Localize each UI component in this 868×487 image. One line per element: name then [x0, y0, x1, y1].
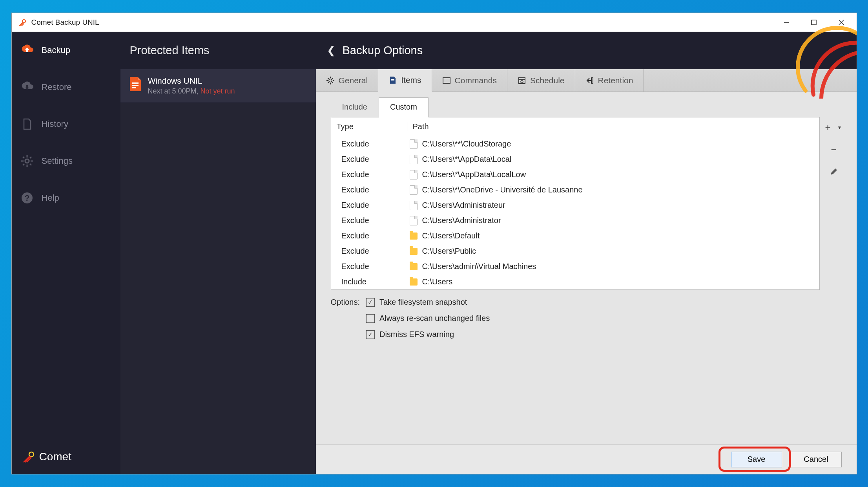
tab-items[interactable]: Items [378, 69, 432, 92]
subtab-include[interactable]: Include [331, 97, 379, 117]
table-row[interactable]: ExcludeC:\Users\*\AppData\Local [331, 152, 819, 167]
backup-icon [20, 44, 34, 57]
nav-label: Settings [42, 156, 73, 166]
protected-item-title: Windows UNIL [148, 76, 235, 86]
svg-point-34 [521, 81, 523, 83]
option-row: ✓Take filesystem snapshot [366, 298, 490, 307]
terminal-icon [442, 76, 451, 85]
nav-backup[interactable]: Backup [12, 32, 120, 69]
table-row[interactable]: IncludeC:\Users [331, 274, 819, 289]
tab-retention[interactable]: Retention [575, 69, 644, 92]
option-label: Dismiss EFS warning [379, 330, 454, 339]
file-icon [410, 155, 418, 164]
nav-restore[interactable]: Restore [12, 69, 120, 106]
checkbox[interactable]: ✓ [366, 298, 375, 307]
col-header-type[interactable]: Type [331, 122, 407, 131]
svg-line-27 [332, 78, 333, 79]
table-row[interactable]: ExcludeC:\Users\Administrator [331, 213, 819, 228]
decorative-swirl [790, 20, 857, 99]
row-path: C:\Users\Administrator [407, 216, 819, 225]
row-path: C:\Users\*\AppData\Local [407, 155, 819, 164]
svg-rect-17 [132, 82, 139, 84]
nav-settings[interactable]: Settings [12, 143, 120, 179]
protected-items-panel: Protected Items Windows UNIL Next at 5:0… [120, 32, 316, 474]
svg-line-26 [332, 82, 333, 83]
main-title: Backup Options [343, 44, 423, 57]
row-path: C:\Users\Administrateur [407, 201, 819, 210]
tab-general[interactable]: General [316, 69, 379, 92]
nav-label: Restore [42, 82, 72, 92]
protected-item[interactable]: Windows UNIL Next at 5:00PM, Not yet run [120, 69, 316, 103]
document-icon [388, 76, 397, 84]
folder-icon [410, 233, 418, 240]
svg-rect-35 [591, 78, 593, 83]
main-header: ❮ Backup Options [316, 32, 857, 69]
table-row[interactable]: ExcludeC:\Users\*\OneDrive - Université … [331, 182, 819, 198]
svg-line-11 [30, 164, 31, 165]
protected-item-subtitle: Next at 5:00PM, Not yet run [148, 87, 235, 95]
table-row[interactable]: ExcludeC:\Users\Default [331, 228, 819, 244]
col-header-path[interactable]: Path [407, 122, 819, 131]
tab-label: Schedule [530, 76, 565, 85]
table-row[interactable]: ExcludeC:\Users\Administrateur [331, 198, 819, 213]
back-button[interactable]: ❮ [327, 44, 336, 57]
tab-commands[interactable]: Commands [432, 69, 507, 92]
add-button[interactable]: + [822, 122, 833, 133]
svg-text:?: ? [24, 194, 29, 202]
save-button[interactable]: Save [731, 452, 782, 467]
app-window: Comet Backup UNIL Backup Restore [11, 13, 857, 474]
table-row[interactable]: ExcludeC:\Users\Public [331, 244, 819, 259]
titlebar: Comet Backup UNIL [12, 13, 857, 32]
nav-label: Backup [42, 45, 70, 55]
nav-history[interactable]: History [12, 106, 120, 143]
svg-line-25 [328, 78, 329, 79]
svg-rect-29 [391, 79, 394, 80]
row-type: Exclude [331, 216, 407, 225]
row-type: Exclude [331, 170, 407, 179]
nav-help[interactable]: ? Help [12, 179, 120, 216]
svg-line-10 [23, 157, 24, 158]
table-row[interactable]: ExcludeC:\Users\*\AppData\LocalLow [331, 167, 819, 182]
cancel-button[interactable]: Cancel [791, 452, 842, 467]
checkbox[interactable]: ✓ [366, 330, 375, 339]
table-row[interactable]: ExcludeC:\Users\**\CloudStorage [331, 136, 819, 152]
table-row[interactable]: ExcludeC:\Users\admin\Virtual Machines [331, 259, 819, 274]
row-path: C:\Users\*\OneDrive - Université de Laus… [407, 185, 819, 195]
protected-items-header: Protected Items [120, 32, 316, 69]
tab-bar: General Items Commands Schedule Retentio… [316, 69, 857, 92]
svg-line-12 [30, 157, 31, 158]
row-type: Include [331, 277, 407, 286]
checkbox[interactable] [366, 314, 375, 323]
row-type: Exclude [331, 185, 407, 194]
rules-table[interactable]: Type Path ExcludeC:\Users\**\CloudStorag… [331, 117, 820, 290]
add-dropdown[interactable]: ▼ [834, 122, 845, 133]
svg-rect-31 [443, 78, 450, 83]
row-type: Exclude [331, 247, 407, 256]
options-label: Options: [331, 298, 360, 339]
help-icon: ? [20, 191, 34, 205]
row-type: Exclude [331, 139, 407, 148]
sidebar: Backup Restore History Settings [12, 32, 120, 474]
edit-button[interactable] [828, 166, 839, 177]
remove-button[interactable]: − [828, 144, 839, 155]
svg-rect-30 [391, 81, 394, 81]
file-icon [410, 216, 418, 225]
row-path: C:\Users [407, 277, 819, 286]
row-path: C:\Users\*\AppData\LocalLow [407, 170, 819, 179]
row-path: C:\Users\**\CloudStorage [407, 139, 819, 149]
row-path: C:\Users\admin\Virtual Machines [407, 262, 819, 271]
retention-icon [585, 76, 594, 85]
tab-label: Items [401, 75, 421, 85]
window-title: Comet Backup UNIL [31, 18, 99, 27]
subtab-custom[interactable]: Custom [379, 97, 429, 117]
app-icon [18, 18, 27, 27]
row-type: Exclude [331, 201, 407, 210]
row-type: Exclude [331, 155, 407, 164]
history-icon [20, 117, 34, 131]
nav-label: Help [42, 193, 59, 203]
svg-point-5 [25, 159, 29, 163]
calendar-icon [518, 76, 526, 85]
table-actions: + ▼ − [826, 117, 842, 290]
gear-icon [326, 76, 335, 85]
tab-schedule[interactable]: Schedule [507, 69, 575, 92]
